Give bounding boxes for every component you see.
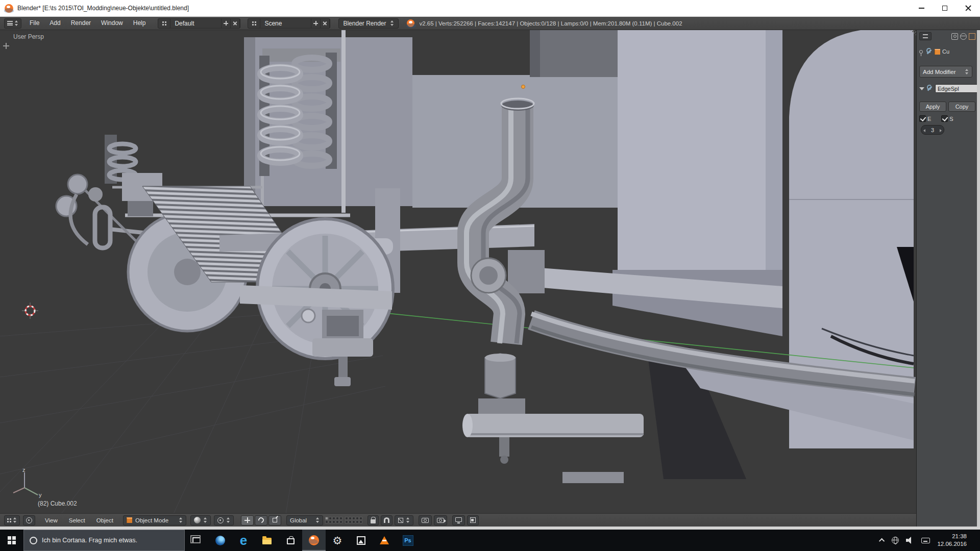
- transform-orientation-select[interactable]: Global: [286, 515, 323, 525]
- editor-type-button[interactable]: [4, 515, 20, 525]
- layout-delete-button[interactable]: [231, 19, 240, 28]
- layer-cell[interactable]: [339, 520, 342, 523]
- snap-toggle-button[interactable]: [381, 515, 393, 525]
- menu-view[interactable]: View: [39, 517, 63, 523]
- layer-cell[interactable]: [345, 520, 348, 523]
- tray-date: 12.06.2016: [937, 540, 967, 548]
- taskbar: Ich bin Cortana. Frag mich etwas. e ⚙ Ps…: [0, 530, 980, 551]
- menu-render[interactable]: Render: [66, 17, 96, 30]
- pin-icon[interactable]: [919, 50, 923, 54]
- scene-add-button[interactable]: [311, 19, 321, 28]
- layer-cell[interactable]: [325, 517, 328, 520]
- touch-keyboard-icon[interactable]: [921, 538, 930, 543]
- browser-button[interactable]: [208, 530, 232, 551]
- layer-cell[interactable]: [359, 517, 362, 520]
- layer-cell[interactable]: [349, 520, 352, 523]
- edge-angle-checkbox[interactable]: [919, 115, 926, 122]
- maximize-button[interactable]: [933, 0, 957, 16]
- render-tab-icon[interactable]: [951, 33, 958, 40]
- layer-cell[interactable]: [325, 520, 328, 523]
- apply-button[interactable]: Apply: [919, 102, 946, 112]
- scene-browse-button[interactable]: [248, 19, 260, 28]
- layer-cell[interactable]: [359, 520, 362, 523]
- layer-cell[interactable]: [345, 517, 348, 520]
- modifier-name-field[interactable]: EdgeSpl: [935, 84, 977, 93]
- layout-browse-button[interactable]: [158, 19, 170, 28]
- file-explorer-button[interactable]: [255, 530, 279, 551]
- translate-manipulator-button[interactable]: [241, 515, 254, 525]
- blender-app-icon: [5, 4, 13, 13]
- menu-object[interactable]: Object: [91, 517, 119, 523]
- display-mode-button[interactable]: [23, 515, 35, 525]
- minimize-button[interactable]: [910, 0, 933, 16]
- properties-editor-type-button[interactable]: [919, 32, 932, 40]
- menu-add[interactable]: Add: [44, 17, 65, 30]
- snap-element-select[interactable]: [395, 515, 413, 525]
- layer-cell[interactable]: [332, 517, 335, 520]
- opengl-render-button[interactable]: [419, 515, 432, 525]
- properties-editor-icon: [923, 34, 928, 38]
- viewport-shading-select[interactable]: [190, 515, 211, 525]
- render-engine-select[interactable]: Blender Render: [338, 18, 398, 29]
- opengl-render-anim-button[interactable]: [434, 515, 447, 525]
- edge-button[interactable]: e: [232, 530, 255, 551]
- snap-element-icon: [398, 518, 403, 523]
- settings-button[interactable]: ⚙: [326, 530, 349, 551]
- scene-name-field[interactable]: Scene: [260, 19, 311, 28]
- scene-delete-button[interactable]: [321, 19, 330, 28]
- pivot-point-select[interactable]: [214, 515, 234, 525]
- layout-add-button[interactable]: [222, 19, 231, 28]
- photoshop-icon: Ps: [403, 535, 413, 546]
- tray-clock[interactable]: 21:38 12.06.2016: [937, 533, 967, 548]
- cortana-search-input[interactable]: Ich bin Cortana. Frag mich etwas.: [23, 530, 185, 551]
- properties-header: [919, 32, 975, 41]
- object-tab-icon[interactable]: [969, 33, 975, 40]
- monitor-button[interactable]: [452, 515, 465, 525]
- menu-help[interactable]: Help: [128, 17, 151, 30]
- layer-cell[interactable]: [352, 520, 355, 523]
- rotate-manipulator-button[interactable]: [255, 515, 267, 525]
- scale-manipulator-button[interactable]: [268, 515, 281, 525]
- vlc-button[interactable]: [373, 530, 396, 551]
- blender-taskbar-button[interactable]: [302, 530, 326, 551]
- 3d-viewport[interactable]: User Persp (82) Cube.002 z y: [0, 30, 916, 513]
- layer-grid-2: [345, 517, 362, 523]
- mode-select[interactable]: Object Mode: [123, 515, 186, 525]
- layer-cell[interactable]: [332, 520, 335, 523]
- photoshop-button[interactable]: Ps: [396, 530, 420, 551]
- menu-select[interactable]: Select: [63, 517, 91, 523]
- toolshelf-expand-icon[interactable]: [3, 42, 10, 49]
- lock-to-scene-button[interactable]: [368, 515, 379, 525]
- task-view-button[interactable]: [185, 530, 208, 551]
- split-angle-field[interactable]: 3: [921, 125, 944, 135]
- stamp-button[interactable]: [467, 515, 479, 525]
- layer-cell[interactable]: [352, 517, 355, 520]
- layer-cell[interactable]: [356, 520, 359, 523]
- layer-cell[interactable]: [336, 520, 339, 523]
- wrench-icon: [926, 48, 933, 55]
- layout-name-field[interactable]: Default: [170, 19, 222, 28]
- start-button[interactable]: [0, 530, 23, 551]
- close-button[interactable]: [957, 0, 980, 16]
- menu-window[interactable]: Window: [96, 17, 128, 30]
- add-modifier-button[interactable]: Add Modifier: [919, 66, 972, 78]
- store-button[interactable]: [279, 530, 302, 551]
- photos-button[interactable]: [349, 530, 373, 551]
- layer-cell[interactable]: [356, 517, 359, 520]
- editor-type-button[interactable]: [4, 18, 21, 29]
- chevron-updown-icon: [316, 517, 320, 523]
- menu-file[interactable]: File: [24, 17, 44, 30]
- object-cube-icon: [935, 49, 940, 55]
- volume-icon[interactable]: [906, 537, 914, 544]
- layer-cell[interactable]: [349, 517, 352, 520]
- sharp-edges-checkbox[interactable]: [941, 115, 948, 122]
- layer-cell[interactable]: [336, 517, 339, 520]
- layer-cell[interactable]: [329, 520, 332, 523]
- layer-cell[interactable]: [339, 517, 342, 520]
- expand-chevron-icon[interactable]: [919, 87, 924, 90]
- tray-chevron-up-icon[interactable]: [879, 538, 885, 544]
- copy-button[interactable]: Copy: [948, 102, 975, 112]
- layer-cell[interactable]: [329, 517, 332, 520]
- world-tab-icon[interactable]: [960, 33, 967, 40]
- network-icon[interactable]: [892, 537, 899, 544]
